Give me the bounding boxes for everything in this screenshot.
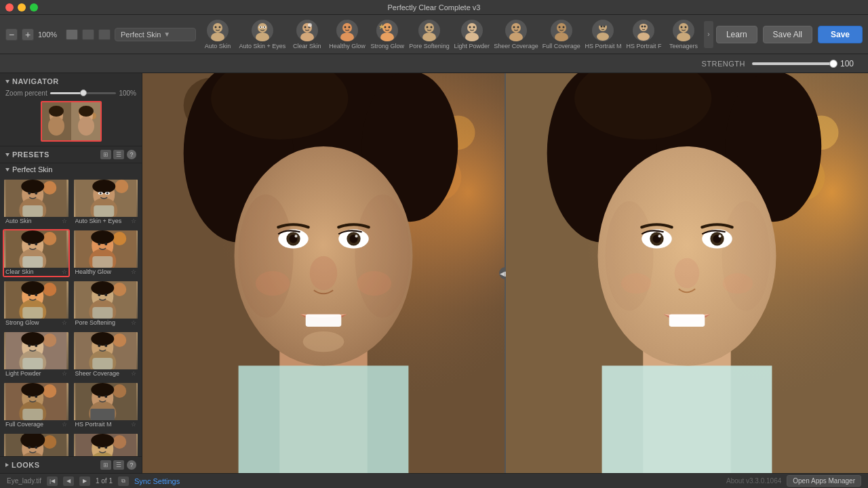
- svg-point-118: [28, 344, 31, 347]
- minimize-button[interactable]: [18, 3, 26, 12]
- svg-point-15: [342, 23, 352, 33]
- view-mode-button-3[interactable]: [98, 29, 111, 40]
- toolbar-preset-label-auto-skin-eyes: Auto Skin + Eyes: [239, 43, 285, 49]
- grid-view-button[interactable]: ⊞: [100, 150, 111, 159]
- preset-thumb-label-row-clear-skin: Clear Skin ☆: [4, 268, 68, 276]
- star-icon-auto-skin[interactable]: ☆: [62, 218, 67, 224]
- view-mode-button-2[interactable]: [82, 29, 94, 40]
- preset-thumb-img-auto-skin-eyes: [74, 180, 138, 217]
- save-button[interactable]: Save: [818, 26, 863, 43]
- preset-thumb-img-pore-softening: [74, 281, 138, 319]
- zoom-slider[interactable]: [50, 92, 117, 94]
- preset-thumb-label-strong-glow: Strong Glow: [5, 319, 39, 326]
- toolbar-preset-clear-skin[interactable]: Clear Skin: [288, 18, 326, 51]
- toolbar-preset-sheer-coverage[interactable]: Sheer Coverage: [492, 18, 539, 51]
- preset-icon-light-powder: [461, 20, 483, 41]
- preset-thumb-img-hs-portrait-f: [4, 434, 68, 456]
- preset-thumb-img-teenagers: [74, 434, 138, 456]
- looks-help-button[interactable]: ?: [127, 460, 136, 470]
- close-button[interactable]: [5, 3, 14, 12]
- svg-point-5: [256, 33, 269, 41]
- compare-button[interactable]: ⧉: [118, 476, 129, 486]
- sync-settings-button[interactable]: Sync Settings: [134, 477, 180, 485]
- page-current: 1: [96, 477, 100, 485]
- preset-thumb-sheer-coverage[interactable]: Sheer Coverage ☆: [73, 331, 140, 379]
- nav-next-button[interactable]: ▶: [79, 476, 90, 486]
- open-apps-manager-button[interactable]: Open Apps Manager: [787, 475, 861, 487]
- help-button[interactable]: ?: [127, 150, 136, 159]
- toolbar-preset-healthy-glow[interactable]: Healthy Glow: [328, 18, 367, 51]
- svg-point-103: [35, 293, 37, 296]
- star-icon-clear-skin[interactable]: ☆: [62, 268, 67, 275]
- preset-thumb-label-row-strong-glow: Strong Glow ☆: [4, 319, 68, 327]
- svg-point-111: [104, 293, 107, 296]
- presets-grid: Auto Skin ☆: [0, 176, 142, 456]
- svg-point-21: [384, 26, 387, 28]
- toolbar-preset-teenagers[interactable]: Teenagers: [665, 18, 703, 51]
- svg-point-68: [28, 192, 31, 195]
- preset-icon-healthy-glow: [336, 20, 358, 41]
- zoom-in-button[interactable]: +: [22, 28, 34, 41]
- star-icon-full-coverage[interactable]: ☆: [62, 421, 67, 428]
- nav-prev-button[interactable]: ◀: [63, 476, 74, 486]
- toolbar-preset-light-powder[interactable]: Light Powder: [452, 18, 492, 51]
- svg-point-101: [21, 281, 44, 295]
- toolbar-preset-auto-skin[interactable]: Auto Skin: [199, 18, 237, 51]
- svg-point-64: [43, 181, 56, 195]
- preset-thumb-auto-skin-eyes[interactable]: Auto Skin + Eyes ☆: [73, 178, 140, 226]
- toolbar-preset-pore-softening[interactable]: Pore Softening: [408, 18, 451, 51]
- looks-list-view-button[interactable]: ☰: [113, 460, 124, 470]
- navigator-header[interactable]: NAVIGATOR: [5, 77, 136, 85]
- preset-thumb-strong-glow[interactable]: Strong Glow ☆: [3, 280, 70, 328]
- star-icon-pore-softening[interactable]: ☆: [131, 319, 136, 326]
- list-view-button[interactable]: ☰: [113, 150, 124, 159]
- svg-point-146: [43, 435, 56, 449]
- preset-selector[interactable]: Perfect Skin ▼: [115, 28, 196, 41]
- svg-point-37: [558, 26, 560, 28]
- looks-grid-view-button[interactable]: ⊞: [100, 460, 111, 470]
- star-icon-hs-portrait-m[interactable]: ☆: [131, 421, 136, 428]
- preset-thumb-teenagers[interactable]: Teenagers ☆: [73, 432, 140, 456]
- star-icon-sheer-coverage[interactable]: ☆: [131, 370, 136, 377]
- preset-thumb-healthy-glow[interactable]: Healthy Glow ☆: [73, 229, 140, 277]
- zoom-out-button[interactable]: −: [5, 28, 18, 41]
- svg-point-221: [658, 235, 661, 237]
- zoom-label: Zoom percent: [5, 89, 47, 97]
- toolbar-preset-strong-glow[interactable]: Strong Glow: [368, 18, 406, 51]
- svg-point-193: [295, 235, 298, 237]
- toolbar-preset-label-strong-glow: Strong Glow: [370, 43, 404, 49]
- maximize-button[interactable]: [30, 3, 38, 12]
- toolbar-preset-hs-portrait-m[interactable]: HS Portrait M: [583, 18, 623, 51]
- svg-point-87: [35, 243, 37, 245]
- save-all-button[interactable]: Save All: [763, 26, 812, 43]
- svg-point-29: [469, 26, 471, 28]
- strength-slider[interactable]: [752, 62, 833, 65]
- view-mode-button-1[interactable]: [66, 29, 78, 40]
- preset-thumb-light-powder[interactable]: Light Powder ☆: [3, 331, 70, 379]
- preset-thumb-hs-portrait-f[interactable]: HS Portrait F ☆: [3, 432, 70, 456]
- preset-thumb-clear-skin[interactable]: Clear Skin ☆: [3, 229, 70, 277]
- preset-thumb-label-row-auto-skin: Auto Skin ☆: [4, 217, 68, 225]
- preset-thumb-full-coverage[interactable]: Full Coverage ☆: [3, 382, 70, 430]
- star-icon-light-powder[interactable]: ☆: [62, 370, 67, 377]
- learn-button[interactable]: Learn: [716, 26, 757, 43]
- more-presets-button[interactable]: ›: [704, 21, 713, 48]
- star-icon-auto-skin-eyes[interactable]: ☆: [131, 218, 136, 224]
- svg-point-125: [91, 332, 114, 346]
- svg-rect-227: [669, 314, 705, 327]
- svg-point-126: [98, 344, 100, 347]
- nav-first-button[interactable]: |◀: [47, 476, 58, 486]
- svg-point-217: [722, 201, 770, 311]
- preset-thumb-auto-skin[interactable]: Auto Skin ☆: [3, 178, 70, 226]
- toolbar-preset-auto-skin-eyes[interactable]: Auto Skin + Eyes: [238, 18, 287, 51]
- svg-point-33: [513, 26, 515, 28]
- svg-point-31: [511, 23, 521, 33]
- toolbar-preset-hs-portrait-f[interactable]: HS Portrait F: [625, 18, 663, 51]
- looks-view-buttons: ⊞ ☰: [100, 460, 124, 470]
- toolbar-preset-full-coverage[interactable]: Full Coverage: [540, 18, 582, 51]
- star-icon-healthy-glow[interactable]: ☆: [131, 268, 136, 275]
- svg-point-18: [348, 26, 350, 28]
- preset-thumb-pore-softening[interactable]: Pore Softening ☆: [73, 280, 140, 328]
- preset-thumb-hs-portrait-m[interactable]: HS Portrait M ☆: [73, 382, 140, 430]
- star-icon-strong-glow[interactable]: ☆: [62, 319, 67, 326]
